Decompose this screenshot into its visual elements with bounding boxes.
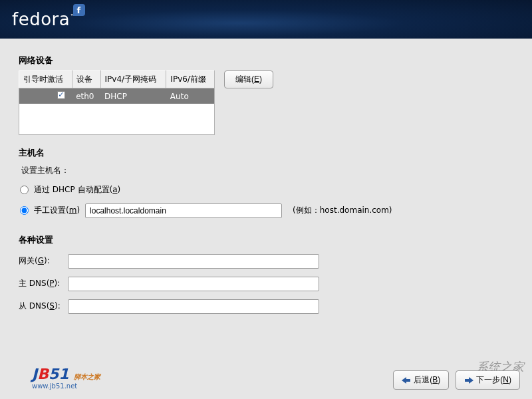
secondary-dns-label: 从 DNS(S):	[19, 301, 63, 312]
fedora-logo: fedora™ f	[12, 9, 77, 29]
misc-heading: 各种设置	[19, 234, 513, 246]
primary-dns-input[interactable]	[68, 277, 319, 291]
table-empty-space	[19, 104, 215, 134]
hostname-example: (例如：host.domain.com)	[293, 205, 392, 216]
gateway-input[interactable]	[68, 254, 319, 269]
next-button[interactable]: 下一步(N)	[456, 370, 520, 390]
cell-ipv6: Auto	[166, 88, 215, 104]
network-devices-heading: 网络设备	[19, 55, 513, 66]
hostname-hint: 设置主机名：	[19, 163, 513, 180]
cell-ipv4: DHCP	[100, 88, 166, 104]
hostname-dhcp-label[interactable]: 通过 DHCP 自动配置(a)	[34, 184, 120, 196]
arrow-left-icon	[402, 376, 411, 384]
primary-dns-label: 主 DNS(P):	[19, 278, 63, 289]
secondary-dns-input[interactable]	[68, 299, 319, 314]
gateway-label: 网关(G):	[19, 255, 63, 267]
col-device[interactable]: 设备	[72, 71, 100, 88]
main-content: 网络设备 引导时激活 设备 IPv4/子网掩码 IPv6/前缀 eth0 DHC…	[0, 39, 532, 325]
network-devices-table[interactable]: 引导时激活 设备 IPv4/子网掩码 IPv6/前缀 eth0 DHCP Aut…	[19, 70, 215, 135]
col-ipv6[interactable]: IPv6/前缀	[166, 71, 215, 88]
jb51-logo: JB51 脚本之家 www.jb51.net	[32, 366, 100, 390]
hostname-heading: 主机名	[19, 147, 513, 159]
col-active[interactable]: 引导时激活	[19, 71, 72, 88]
hostname-manual-radio[interactable]	[20, 206, 29, 215]
installer-header: fedora™ f	[0, 0, 532, 39]
back-button[interactable]: 后退(B)	[393, 370, 449, 390]
active-checkbox[interactable]	[57, 91, 65, 99]
edit-button[interactable]: 编辑(E)	[224, 70, 273, 88]
arrow-right-icon	[464, 376, 473, 384]
cell-device: eth0	[72, 88, 100, 104]
hostname-manual-label[interactable]: 手工设置(m)	[34, 205, 80, 216]
hostname-dhcp-radio[interactable]	[20, 186, 29, 194]
fedora-f-icon: f	[73, 4, 85, 16]
table-row[interactable]: eth0 DHCP Auto	[19, 88, 215, 104]
col-ipv4[interactable]: IPv4/子网掩码	[100, 71, 166, 88]
hostname-input[interactable]	[85, 203, 282, 218]
footer: JB51 脚本之家 www.jb51.net 后退(B) 下一步(N)	[0, 366, 532, 390]
